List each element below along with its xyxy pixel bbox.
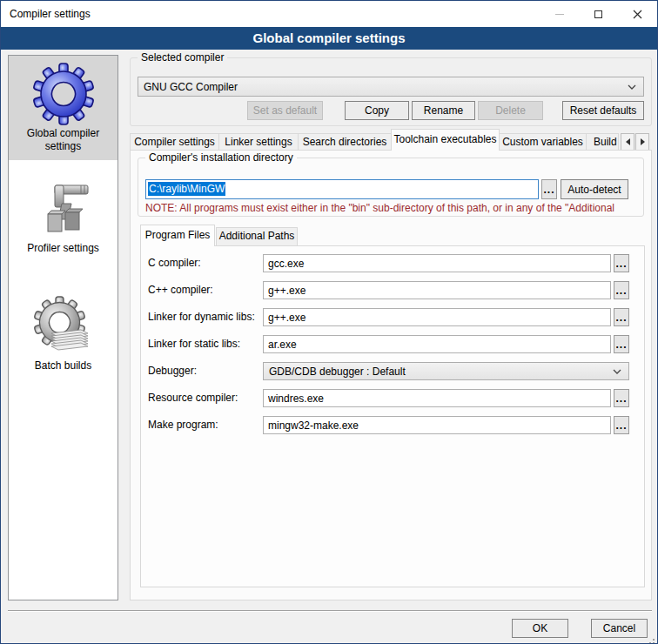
minimize-icon xyxy=(555,14,564,15)
arrow-left-icon xyxy=(626,138,630,145)
compiler-settings-dialog: Compiler settings Global compiler settin… xyxy=(0,0,658,644)
sidebar-item-global-compiler-settings[interactable]: Global compiler settings xyxy=(9,56,118,160)
rename-button[interactable]: Rename xyxy=(412,101,475,120)
resource-compiler-input[interactable] xyxy=(263,389,611,407)
debugger-select-value: GDB/CDB debugger : Default xyxy=(269,366,406,378)
c-compiler-browse-button[interactable]: ... xyxy=(614,254,629,272)
tab-compiler-settings[interactable]: Compiler settings xyxy=(130,133,219,151)
compiler-select[interactable]: GNU GCC Compiler xyxy=(138,77,644,97)
static-linker-label: Linker for static libs: xyxy=(148,335,240,353)
tab-build-options[interactable]: Build xyxy=(586,133,619,151)
sidebar-item-label: Batch builds xyxy=(35,359,91,372)
reset-defaults-button[interactable]: Reset defaults xyxy=(562,101,644,120)
tab-custom-variables[interactable]: Custom variables xyxy=(499,133,587,151)
cpp-compiler-browse-button[interactable]: ... xyxy=(614,281,629,299)
dynamic-linker-label: Linker for dynamic libs: xyxy=(148,308,255,326)
install-dir-selected-text: C:\raylib\MinGW xyxy=(148,182,225,196)
installation-directory-group-title: Compiler's installation directory xyxy=(145,151,297,164)
title-bar[interactable]: Compiler settings xyxy=(1,1,657,27)
subtab-program-files[interactable]: Program Files xyxy=(140,225,215,246)
tab-linker-settings[interactable]: Linker settings xyxy=(218,133,299,151)
window-title: Compiler settings xyxy=(10,1,91,27)
bin-subdirectory-note: NOTE: All programs must exist either in … xyxy=(145,202,648,214)
set-as-default-button[interactable]: Set as default xyxy=(247,101,323,120)
tab-toolchain-executables[interactable]: Toolchain executables xyxy=(391,129,500,151)
dialog-header: Global compiler settings xyxy=(1,27,657,50)
program-files-panel: C compiler: ... C++ compiler: ... Linker… xyxy=(140,245,645,587)
close-icon xyxy=(633,10,642,19)
subtab-additional-paths[interactable]: Additional Paths xyxy=(216,227,298,245)
maximize-button[interactable] xyxy=(579,1,618,27)
sidebar-item-label: Profiler settings xyxy=(27,242,99,254)
selected-compiler-group-title: Selected compiler xyxy=(138,51,227,64)
chevron-down-icon xyxy=(628,84,636,90)
sidebar-item-profiler-settings[interactable]: Profiler settings xyxy=(9,172,118,260)
minimize-button[interactable] xyxy=(540,1,579,27)
debugger-label: Debugger: xyxy=(148,362,197,380)
settings-sidebar: Global compiler settings xyxy=(8,55,118,600)
make-program-label: Make program: xyxy=(148,416,218,434)
resource-compiler-browse-button[interactable]: ... xyxy=(614,389,629,407)
cpp-compiler-label: C++ compiler: xyxy=(148,281,213,299)
auto-detect-button[interactable]: Auto-detect xyxy=(561,179,628,199)
caliper-icon xyxy=(32,178,95,240)
cpp-compiler-input[interactable] xyxy=(263,281,611,299)
static-linker-browse-button[interactable]: ... xyxy=(614,335,629,353)
dynamic-linker-browse-button[interactable]: ... xyxy=(614,308,629,326)
c-compiler-input[interactable] xyxy=(263,254,611,272)
footer-divider xyxy=(8,610,652,612)
install-dir-input[interactable]: C:\raylib\MinGW xyxy=(145,179,539,199)
close-button[interactable] xyxy=(618,1,657,27)
compiler-select-value: GNU GCC Compiler xyxy=(144,81,238,93)
c-compiler-label: C compiler: xyxy=(148,254,201,272)
static-linker-input[interactable] xyxy=(263,335,611,353)
resize-grip[interactable] xyxy=(653,639,655,641)
install-dir-browse-button[interactable]: ... xyxy=(541,179,557,199)
cancel-button[interactable]: Cancel xyxy=(591,619,648,638)
maximize-icon xyxy=(594,10,602,18)
sidebar-item-batch-builds[interactable]: Batch builds xyxy=(9,290,118,378)
tab-scroll-right-button[interactable] xyxy=(635,133,649,151)
copy-button[interactable]: Copy xyxy=(345,101,409,120)
make-program-input[interactable] xyxy=(263,416,611,434)
gray-gear-stack-icon xyxy=(32,295,95,358)
make-program-browse-button[interactable]: ... xyxy=(614,416,629,434)
ok-button[interactable]: OK xyxy=(512,619,568,638)
chevron-down-icon xyxy=(613,369,621,374)
blue-gear-icon xyxy=(32,63,95,125)
dynamic-linker-input[interactable] xyxy=(263,308,611,326)
resource-compiler-label: Resource compiler: xyxy=(148,389,238,407)
debugger-select[interactable]: GDB/CDB debugger : Default xyxy=(263,362,629,380)
tab-search-directories[interactable]: Search directories xyxy=(298,133,392,151)
delete-button[interactable]: Delete xyxy=(478,101,543,120)
sidebar-item-label: Global compiler settings xyxy=(27,127,99,152)
arrow-right-icon xyxy=(641,138,645,145)
tab-scroll-left-button[interactable] xyxy=(621,133,634,151)
